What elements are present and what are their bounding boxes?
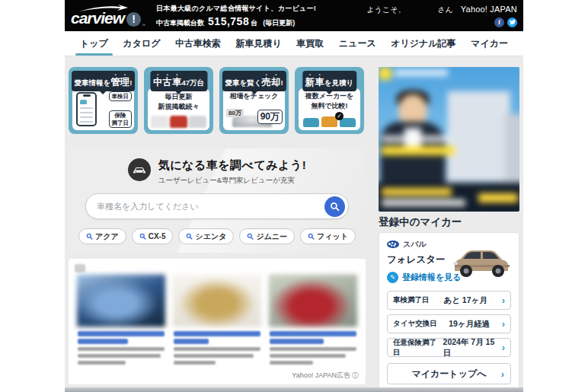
row-inspection-expiry[interactable]: 車検満了日 あと 17ヶ月 › (387, 291, 511, 310)
mycar-section-heading: 登録中のマイカー (379, 215, 462, 229)
facebook-icon[interactable]: f (494, 18, 504, 27)
tab-mycar[interactable]: マイカー (469, 31, 510, 56)
logo-arrow-icon (78, 4, 129, 13)
pr-badge (75, 264, 85, 272)
main-nav: トップ カタログ 中古車検索 新車見積り 車買取 ニュース オリジナル記事 マイ… (65, 31, 523, 56)
subaru-logo-icon (387, 241, 399, 248)
trademark-symbol: ™ (142, 23, 145, 27)
twitter-icon[interactable] (507, 18, 517, 27)
welcome-suffix: さん (437, 5, 452, 15)
pencil-icon: ✎ (387, 272, 398, 283)
promo-pill: 中古車47万台 (150, 71, 207, 91)
ad-card-2[interactable] (174, 275, 260, 365)
sidebar-ad[interactable] (379, 67, 519, 212)
phone-icon (76, 92, 97, 126)
mycar-card: スバル フォレスター ✎ 登録情報を見る 車 (379, 232, 519, 390)
listing-ads-panel: Yahoo! JAPAN広告 ⓘ (69, 259, 366, 384)
promo-pill: 新車を見積り (302, 71, 356, 91)
promo-new-car-quote[interactable]: 新車を見積り 複数メーカーを 無料で比較! ✓ (295, 67, 364, 134)
mycar-info-rows: 車検満了日 あと 17ヶ月 › タイヤ交換日 19ヶ月経過 › 任意保険満了日 … (387, 291, 511, 357)
count-value: 515,758 (208, 15, 249, 27)
chevron-right-icon: › (502, 319, 505, 329)
logo-exclamation-icon: ! (126, 12, 141, 27)
yahoo-ads-note[interactable]: Yahoo! JAPAN広告 ⓘ (292, 371, 359, 381)
page-body: 愛車情報を管理! 車検日 保険満了日 中古車47万台 (65, 56, 523, 387)
chip-sienta[interactable]: シエンタ (178, 228, 234, 244)
car-search-panel: 気になる車を調べてみよう! ユーザーレビュー&専門家レビューが充実 アクア CX… (69, 148, 366, 253)
promo-illustration: 毎日更新 新規掲載続々 (148, 88, 209, 130)
bubble-inspection-date: 車検日 (109, 91, 133, 101)
welcome-area: ようこそ、 さん Yahoo! JAPAN f (366, 5, 517, 27)
ad-card-3[interactable] (270, 275, 356, 365)
tab-used-car-search[interactable]: 中古車検索 (174, 31, 222, 56)
promo-banner-row: 愛車情報を管理! 車検日 保険満了日 中古車47万台 (69, 67, 366, 134)
price-tag-high: 90万 (257, 110, 283, 124)
count-note: (毎日更新) (263, 18, 295, 28)
car-icon (128, 158, 151, 181)
mycar-top-button[interactable]: マイカートップへ › (387, 363, 511, 384)
chevron-right-icon: › (502, 295, 505, 305)
promo-sell-car[interactable]: 愛車を賢く売却! 相場をチェック 80万 90万 (219, 67, 289, 134)
ad-car-image-red (269, 274, 357, 327)
promo-pill: 愛車を賢く売却! (222, 71, 286, 91)
search-bar (85, 193, 349, 219)
bubble-insurance-expiry: 保険満了日 (109, 110, 133, 128)
quick-search-chips: アクア CX-5 シエンタ ジムニー フィット (69, 228, 366, 244)
tab-original-articles[interactable]: オリジナル記事 (389, 31, 457, 56)
promo-pill: 愛車情報を管理! (72, 71, 136, 91)
check-icon: ✓ (335, 112, 344, 120)
search-title: 気になる車を調べてみよう! (158, 158, 307, 173)
info-icon[interactable]: ⓘ (352, 371, 359, 381)
row-tire-change[interactable]: タイヤ交換日 19ヶ月経過 › (387, 314, 511, 333)
search-subtitle: ユーザーレビュー&専門家レビューが充実 (158, 176, 307, 186)
carview-logo[interactable]: carview ! ™ (71, 5, 145, 27)
site: carview ! ™ 日本最大級のクルマ総合情報サイト、カービュー! 中古車掲… (65, 0, 523, 392)
row-insurance-expiry[interactable]: 任意保険満了日 2024年 7月 15日 › (387, 338, 511, 357)
ad-car-image-blue (77, 274, 165, 327)
price-tag-low: 80万 (226, 109, 244, 117)
promo-mycar-manage[interactable]: 愛車情報を管理! 車検日 保険満了日 (69, 67, 138, 134)
tab-catalog[interactable]: カタログ (121, 31, 161, 56)
tab-car-buyback[interactable]: 車買取 (295, 31, 325, 56)
chip-jimny[interactable]: ジムニー (239, 228, 295, 244)
search-button[interactable] (324, 196, 345, 217)
compare-cars-image (303, 116, 356, 127)
social-icons: f (494, 18, 517, 27)
chip-cx5[interactable]: CX-5 (132, 228, 174, 244)
search-input[interactable] (97, 202, 324, 211)
ad-card-1[interactable] (78, 275, 165, 365)
tab-news[interactable]: ニュース (337, 31, 378, 56)
ad-car-image-tan (173, 274, 261, 327)
site-header: carview ! ™ 日本最大級のクルマ総合情報サイト、カービュー! 中古車掲… (65, 0, 523, 31)
promo-illustration: 車検日 保険満了日 (72, 88, 134, 130)
promo-illustration: 相場をチェック 80万 90万 (223, 88, 285, 130)
window-bottom-edge (65, 387, 523, 392)
search-head: 気になる車を調べてみよう! ユーザーレビュー&専門家レビューが充実 (69, 148, 366, 186)
count-label: 中古車掲載台数 (156, 18, 204, 28)
yahoo-japan-link[interactable]: Yahoo! JAPAN (461, 5, 517, 14)
welcome-line: ようこそ、 さん Yahoo! JAPAN (366, 5, 517, 15)
chevron-right-icon: › (502, 343, 505, 352)
tab-new-car-quote[interactable]: 新車見積り (235, 31, 283, 56)
promo-used-cars[interactable]: 中古車47万台 毎日更新 新規掲載続々 (144, 67, 213, 134)
sidebar-ad-image (379, 67, 519, 212)
chip-fit[interactable]: フィット (300, 228, 356, 244)
chevron-right-icon: › (501, 369, 504, 379)
site-tagline: 日本最大級のクルマ総合情報サイト、カービュー! 中古車掲載台数 515,758 … (156, 4, 316, 28)
brand-name: スバル (403, 239, 427, 250)
chip-aqua[interactable]: アクア (78, 228, 126, 244)
welcome-prefix: ようこそ、 (366, 5, 405, 15)
count-unit: 台 (251, 18, 257, 28)
promo-illustration: 複数メーカーを 無料で比較! ✓ (299, 88, 360, 130)
used-cars-image (151, 116, 206, 128)
search-titles: 気になる車を調べてみよう! ユーザーレビュー&専門家レビューが充実 (158, 158, 307, 186)
tagline-text: 日本最大級のクルマ総合情報サイト、カービュー! (156, 4, 316, 14)
listing-count: 中古車掲載台数 515,758 台 (毎日更新) (156, 15, 316, 28)
mycar-photo (452, 242, 513, 283)
tab-top[interactable]: トップ (78, 31, 110, 56)
